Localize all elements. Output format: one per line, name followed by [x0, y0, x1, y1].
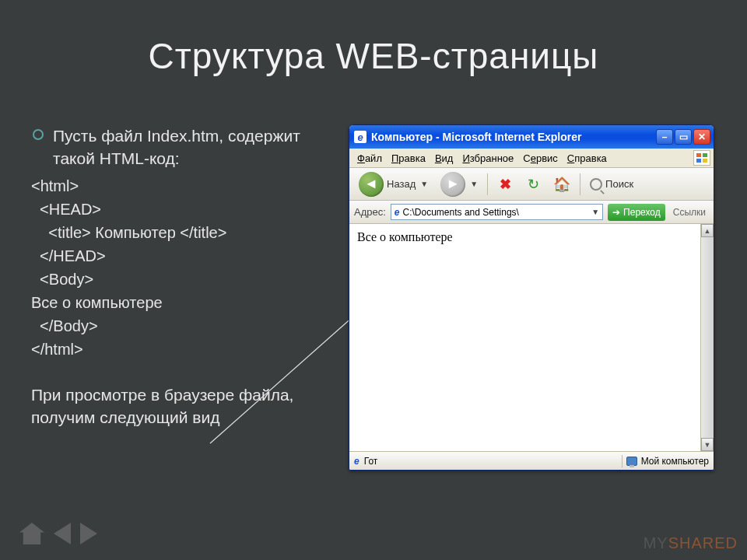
window-title: Компьютер - Microsoft Internet Explorer — [371, 131, 582, 143]
menu-file[interactable]: Файл — [357, 152, 382, 164]
code-line: </html> — [31, 338, 327, 360]
nav-next-button[interactable] — [80, 523, 97, 544]
nav-home-button[interactable] — [19, 523, 44, 544]
svg-rect-2 — [703, 153, 707, 157]
toolbar: ◄ Назад ▼ ► ▼ ✖ ↻ 🏠 Поиск — [349, 168, 714, 201]
zone-label: Мой компьютер — [641, 456, 709, 467]
page-content: Все о компьютере ▲ ▼ — [349, 224, 714, 451]
stop-icon: ✖ — [500, 176, 511, 193]
home-button[interactable]: 🏠 — [549, 172, 575, 197]
back-icon: ◄ — [359, 172, 384, 197]
ie-page-icon: e — [395, 207, 400, 218]
svg-rect-4 — [703, 159, 707, 163]
menu-edit[interactable]: Правка — [391, 152, 426, 164]
ie-icon: e — [354, 131, 366, 143]
vertical-scrollbar[interactable]: ▲ ▼ — [700, 224, 714, 451]
stop-button[interactable]: ✖ — [493, 172, 517, 197]
go-icon: ➔ — [612, 207, 620, 218]
forward-icon: ► — [440, 172, 465, 197]
search-icon — [590, 178, 602, 191]
home-icon: 🏠 — [553, 176, 570, 193]
titlebar: e Компьютер - Microsoft Internet Explore… — [349, 125, 714, 149]
watermark: MYSHARED — [644, 534, 738, 552]
refresh-icon: ↻ — [528, 176, 539, 193]
address-bar: Адрес: e C:\Documents and Settings\ ▼ ➔ … — [349, 201, 714, 224]
code-line: <Body> — [31, 268, 327, 290]
nav-prev-button[interactable] — [54, 523, 71, 544]
back-label: Назад — [387, 178, 416, 190]
close-button[interactable]: ✕ — [693, 129, 710, 145]
refresh-button[interactable]: ↻ — [521, 172, 545, 197]
slide-nav — [19, 523, 97, 544]
links-label[interactable]: Ссылки — [670, 207, 709, 218]
menu-tools[interactable]: Сервис — [523, 152, 558, 164]
address-input[interactable]: e C:\Documents and Settings\ ▼ — [391, 204, 603, 220]
svg-rect-3 — [696, 159, 701, 163]
statusbar: e Гот Мой компьютер — [349, 451, 714, 470]
code-line: </HEAD> — [31, 245, 327, 267]
bullet-intro: Пусть файл Index.htm, содержит такой HTM… — [31, 124, 327, 170]
dropdown-icon: ▼ — [470, 180, 478, 188]
forward-button[interactable]: ► ▼ — [436, 172, 482, 197]
scroll-down-button[interactable]: ▼ — [701, 438, 714, 451]
scroll-up-button[interactable]: ▲ — [701, 224, 714, 237]
code-line: <title> Компьютер </title> — [31, 222, 327, 243]
code-line: <HEAD> — [31, 198, 327, 220]
footer-note: При просмотре в браузере файла, получим … — [31, 383, 327, 429]
status-text: Гот — [364, 456, 378, 467]
menu-help[interactable]: Справка — [567, 152, 607, 164]
page-text: Все о компьютере — [357, 230, 453, 243]
menubar: Файл Правка Вид Избранное Сервис Справка — [349, 149, 714, 168]
svg-rect-1 — [696, 153, 701, 157]
search-label: Поиск — [605, 178, 633, 190]
windows-flag-icon — [693, 150, 710, 166]
back-button[interactable]: ◄ Назад ▼ — [354, 172, 433, 197]
code-line: <html> — [31, 175, 327, 197]
search-button[interactable]: Поиск — [585, 172, 638, 197]
ie-window: e Компьютер - Microsoft Internet Explore… — [349, 124, 714, 471]
separator — [487, 173, 488, 195]
slide-title: Структура WEB-страницы — [0, 35, 747, 77]
menu-view[interactable]: Вид — [435, 152, 454, 164]
my-computer-icon — [626, 457, 637, 466]
separator — [580, 173, 580, 195]
minimize-button[interactable]: – — [656, 129, 673, 145]
address-value: C:\Documents and Settings\ — [403, 207, 519, 218]
maximize-button[interactable]: ▭ — [675, 129, 692, 145]
code-line: </Body> — [31, 315, 327, 337]
separator — [622, 455, 622, 467]
go-label: Переход — [623, 207, 661, 218]
slide-body: Пусть файл Index.htm, содержит такой HTM… — [31, 124, 327, 429]
dropdown-icon: ▼ — [420, 180, 428, 188]
dropdown-icon[interactable]: ▼ — [591, 208, 599, 216]
ie-icon: e — [354, 456, 359, 467]
code-line: Все о компьютере — [31, 292, 327, 313]
go-button[interactable]: ➔ Переход — [608, 204, 665, 221]
menu-fav[interactable]: Избранное — [462, 152, 514, 164]
address-label: Адрес: — [354, 206, 386, 218]
